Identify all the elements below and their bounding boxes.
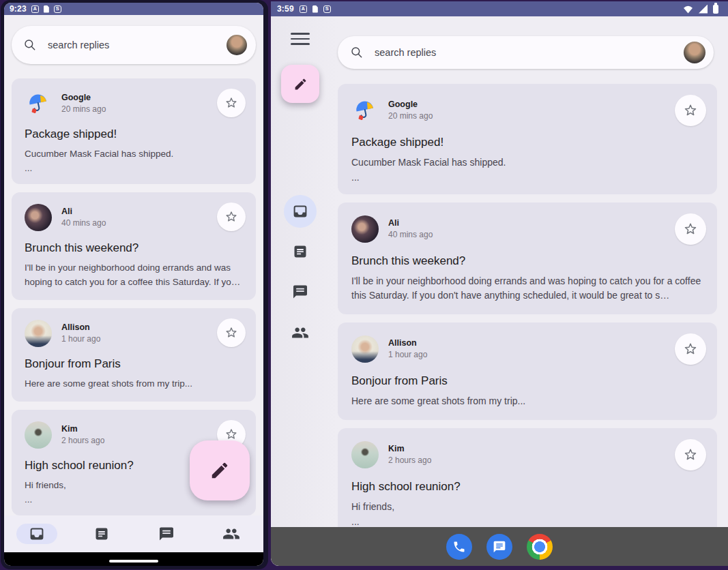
gesture-handle[interactable] [109,560,158,562]
nav-item-articles[interactable] [69,515,134,552]
sim-icon [312,5,318,13]
phone-handset-icon [452,540,466,554]
timestamp: 1 hour ago [388,350,427,359]
phone-screen: 9:23 A S search replies [4,3,263,566]
menu-button[interactable] [291,31,310,46]
nav-item-inbox[interactable] [4,515,69,552]
compose-fab[interactable] [281,65,319,103]
allison-avatar [351,335,379,363]
search-icon [350,46,364,59]
email-body: I'll be in your neighborhood doing erran… [25,261,243,289]
timestamp: 40 mins ago [388,230,433,239]
sim-icon [44,5,49,13]
sender-name: Google [388,100,433,109]
favorite-star-button[interactable] [675,439,706,470]
wifi-icon [683,5,693,14]
star-icon [682,102,699,119]
search-bar[interactable]: search replies [12,26,256,64]
sender-name: Google [61,93,106,102]
chrome-app-icon[interactable] [527,534,553,560]
article-icon [93,526,110,542]
email-body: Cucumber Mask Facial has shipped. [351,155,703,170]
email-ellipsis: ... [351,516,703,527]
favorite-star-button[interactable] [675,333,706,365]
edit-pencil-icon [209,460,230,481]
star-icon [224,209,239,224]
timestamp: 20 mins ago [61,104,106,114]
email-subject: High school reunion? [351,480,703,494]
kim-avatar [351,441,379,468]
timestamp: 20 mins ago [388,111,433,121]
rail-item-chat[interactable] [284,275,317,308]
search-placeholder: search replies [375,47,684,58]
kim-avatar [25,421,52,449]
email-card[interactable]: Ali 40 mins ago Brunch this weekend? I'l… [12,192,256,300]
star-icon [224,95,239,110]
sender-name: Allison [388,338,427,348]
favorite-star-button[interactable] [217,89,246,117]
sender-name: Ali [61,207,106,216]
search-bar[interactable]: search replies [338,36,714,69]
email-subject: Brunch this weekend? [25,241,243,255]
favorite-star-button[interactable] [217,202,246,231]
rail-item-articles[interactable] [284,235,317,268]
star-icon [224,325,239,340]
star-icon [682,221,699,237]
star-icon [224,427,239,442]
email-card[interactable]: Google 20 mins ago Package shipped! Cucu… [338,84,717,194]
signal-icon [699,5,708,14]
search-icon [23,38,37,52]
profile-avatar[interactable] [227,35,247,55]
favorite-star-button[interactable] [217,318,246,347]
inbox-icon [292,203,308,220]
email-card[interactable]: Ali 40 mins ago Brunch this weekend? I'l… [338,202,717,314]
email-body: I'll be in your neighborhood doing erran… [351,274,703,303]
gesture-bar [4,552,263,566]
profile-avatar[interactable] [684,42,705,63]
a-badge-icon: A [300,5,307,13]
email-subject: Brunch this weekend? [351,254,703,268]
timestamp: 2 hours ago [61,436,104,445]
email-subject: Bonjour from Paris [25,357,243,371]
email-body: Hi friends, [351,500,703,514]
chat-icon [158,526,175,542]
email-subject: Package shipped! [25,127,243,141]
taskbar [271,527,728,566]
phone-status-bar: 9:23 A S [4,3,263,15]
data-saver-icon: S [54,5,61,13]
email-card[interactable]: Allison 1 hour ago Bonjour from Paris He… [12,308,256,402]
article-icon [292,243,308,260]
battery-icon [713,5,718,14]
rail-item-people[interactable] [284,316,317,349]
a-badge-icon: A [31,5,39,13]
star-icon [682,447,699,463]
chat-icon [292,284,308,300]
compose-fab[interactable] [190,440,250,500]
phone-app-icon[interactable] [446,534,472,560]
email-card[interactable]: Kim 2 hours ago High school reunion? Hi … [338,428,717,539]
tablet-inbox-list: Google 20 mins ago Package shipped! Cucu… [338,84,717,547]
email-ellipsis: ... [25,163,243,173]
ali-avatar [25,204,52,231]
nav-item-chat[interactable] [134,515,199,552]
star-icon [682,341,699,357]
email-subject: Package shipped! [351,136,703,149]
favorite-star-button[interactable] [675,213,706,245]
ali-avatar [351,215,379,243]
timestamp: 1 hour ago [61,334,100,344]
email-body: Here are some great shots from my trip..… [25,377,243,391]
google-umbrella-avatar [25,90,52,117]
bottom-navigation [4,515,263,552]
tablet-status-bar: 3:59 A S [271,1,728,16]
sender-name: Ali [388,218,433,228]
email-card[interactable]: Allison 1 hour ago Bonjour from Paris He… [338,322,717,420]
message-bubble-icon [493,540,506,554]
email-subject: Bonjour from Paris [351,374,703,388]
timestamp: 2 hours ago [388,455,431,465]
nav-item-people[interactable] [199,515,263,552]
sender-name: Kim [388,444,431,453]
email-card[interactable]: Google 20 mins ago Package shipped! Cucu… [12,78,256,184]
messages-app-icon[interactable] [486,534,512,560]
favorite-star-button[interactable] [675,95,706,126]
rail-item-inbox[interactable] [284,195,317,228]
